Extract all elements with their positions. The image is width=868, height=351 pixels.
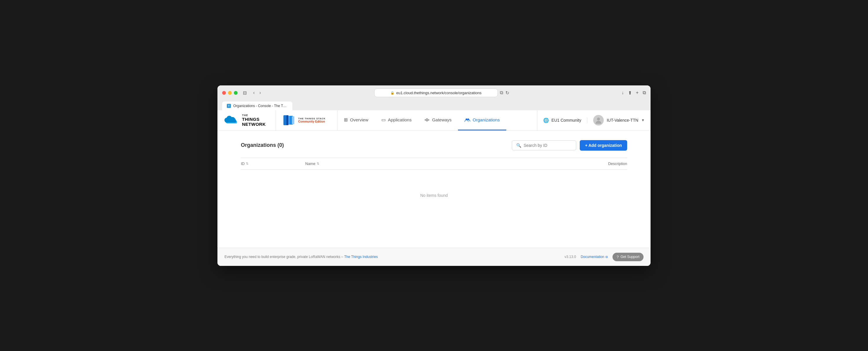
region-label: EU1 Community (551, 118, 581, 123)
search-box[interactable]: 🔍 (512, 140, 576, 150)
active-tab[interactable]: T Organizations - Console - The Things N… (222, 101, 292, 110)
translate-icon[interactable]: ⧉ (500, 90, 503, 95)
browser-window: ⊟ ‹ › 🔒 eu1.cloud.thethings.network/cons… (217, 86, 651, 266)
nav-organizations[interactable]: Organizations (458, 110, 506, 130)
nav-applications[interactable]: ▭ Applications (375, 110, 418, 130)
table-header: ID ⇅ Name ⇅ Description (241, 158, 627, 170)
back-button[interactable]: ‹ (252, 90, 256, 96)
tts-text: THE THINGS STACK Community Edition (298, 117, 326, 123)
ttn-the-label: THE (242, 114, 266, 117)
eu1-badge: 🌐 EU1 Community (537, 118, 587, 123)
reload-icon[interactable]: ↻ (505, 90, 509, 96)
nav-applications-label: Applications (388, 117, 412, 122)
user-avatar (593, 115, 604, 126)
search-icon: 🔍 (516, 143, 521, 148)
organizations-icon (464, 118, 470, 122)
name-sort-icon: ⇅ (317, 162, 319, 165)
browser-titlebar: ⊟ ‹ › 🔒 eu1.cloud.thethings.network/cons… (217, 86, 651, 110)
username-label: IUT-Valence-TTN (607, 118, 638, 123)
nav-overview-label: Overview (350, 117, 368, 122)
app-content: THE THINGS NETWORK THE THINGS STACK (217, 110, 651, 266)
overview-icon: ⊞ (344, 117, 348, 123)
ttn-text: THE THINGS NETWORK (242, 114, 266, 127)
download-button[interactable]: ↓ (622, 90, 624, 95)
forward-button[interactable]: › (258, 90, 262, 96)
external-link-icon: ⧉ (606, 255, 608, 259)
nav-gateways-label: Gateways (432, 117, 452, 122)
nav-overview[interactable]: ⊞ Overview (337, 110, 375, 130)
new-tab-button[interactable]: + (636, 90, 639, 95)
ttn-network-label: NETWORK (242, 122, 266, 127)
globe-icon: 🌐 (543, 118, 549, 123)
svg-point-9 (597, 118, 600, 121)
chevron-down-icon: ▼ (641, 118, 645, 122)
tts-logo[interactable]: THE THINGS STACK Community Edition (276, 110, 337, 130)
search-input[interactable] (524, 143, 572, 148)
col-name-label: Name (305, 161, 315, 166)
col-desc-header: Description (569, 161, 627, 166)
avatar-icon (594, 116, 602, 124)
organizations-table: ID ⇅ Name ⇅ Description No items found (241, 158, 627, 221)
doc-label: Documentation (581, 255, 604, 259)
page-title: Organizations (0) (241, 142, 284, 148)
empty-message: No items found (420, 193, 448, 198)
copy-button[interactable]: ⧉ (643, 90, 646, 95)
nav-gateways[interactable]: Gateways (418, 110, 458, 130)
sidebar-toggle-button[interactable]: ⊟ (241, 90, 248, 96)
support-circle-icon: ? (617, 255, 619, 259)
address-text: eu1.cloud.thethings.network/console/orga… (396, 91, 482, 95)
version-text: v3.13.0 (564, 255, 576, 259)
ttn-things-label: THINGS (242, 117, 266, 122)
footer-thi-link[interactable]: The Things Industries (344, 255, 378, 259)
tab-favicon: T (227, 104, 231, 108)
browser-actions: ↓ ⬆ + ⧉ (622, 90, 646, 96)
ttn-logo[interactable]: THE THINGS NETWORK (217, 110, 276, 130)
close-button[interactable] (222, 91, 226, 95)
footer-right: v3.13.0 Documentation ⧉ ? Get Support (564, 253, 644, 261)
svg-rect-2 (286, 115, 288, 125)
minimize-button[interactable] (228, 91, 232, 95)
user-menu[interactable]: IUT-Valence-TTN ▼ (587, 115, 651, 126)
tab-bar: T Organizations - Console - The Things N… (222, 100, 646, 110)
nav-items: ⊞ Overview ▭ Applications Gateways (337, 110, 537, 130)
gateways-icon (424, 118, 430, 122)
page-actions: 🔍 + Add organization (512, 140, 627, 151)
col-id-header[interactable]: ID ⇅ (241, 161, 305, 166)
nav-right: 🌐 EU1 Community IUT-Valence-TTN ▼ (537, 110, 651, 130)
footer-text: Everything you need to build enterprise … (224, 255, 343, 259)
support-label: Get Support (620, 255, 640, 259)
footer: Everything you need to build enterprise … (217, 248, 651, 266)
svg-rect-5 (292, 117, 294, 124)
page-header: Organizations (0) 🔍 + Add organization (241, 140, 627, 151)
traffic-lights (222, 91, 238, 95)
applications-icon: ▭ (381, 117, 386, 123)
col-id-label: ID (241, 161, 245, 166)
get-support-button[interactable]: ? Get Support (613, 253, 644, 261)
tab-title: Organizations - Console - The Things Net… (233, 104, 288, 108)
empty-state: No items found (241, 170, 627, 221)
ttn-cloud-svg (224, 115, 239, 126)
main-content: Organizations (0) 🔍 + Add organization I… (217, 131, 651, 248)
lock-icon: 🔒 (391, 91, 395, 95)
address-bar[interactable]: 🔒 eu1.cloud.thethings.network/console/or… (375, 89, 497, 97)
footer-left: Everything you need to build enterprise … (224, 255, 378, 259)
col-name-header[interactable]: Name ⇅ (305, 161, 569, 166)
id-sort-icon: ⇅ (246, 162, 248, 165)
fullscreen-button[interactable] (234, 91, 238, 95)
share-button[interactable]: ⬆ (628, 90, 632, 96)
tts-community-label: Community Edition (298, 120, 326, 123)
svg-point-6 (427, 119, 428, 120)
add-organization-button[interactable]: + Add organization (580, 140, 627, 151)
tts-the-label: THE THINGS STACK (298, 117, 326, 120)
documentation-link[interactable]: Documentation ⧉ (581, 255, 608, 259)
top-navigation: THE THINGS NETWORK THE THINGS STACK (217, 110, 651, 131)
col-desc-label: Description (608, 161, 627, 166)
nav-organizations-label: Organizations (473, 117, 500, 122)
tts-book-svg (283, 115, 295, 126)
